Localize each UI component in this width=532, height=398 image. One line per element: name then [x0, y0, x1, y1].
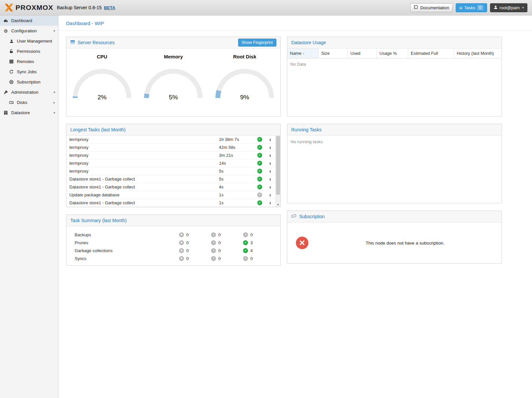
user-menu-button[interactable]: root@pam ▾: [490, 3, 527, 12]
no-data-text: No Data: [290, 62, 306, 67]
book-icon: [414, 5, 418, 10]
sidebar-item-label: Datastore: [11, 110, 30, 115]
error-count: 0: [186, 256, 189, 261]
task-status-icon: [257, 153, 262, 158]
column-header-usage-pct[interactable]: Usage %: [377, 49, 408, 58]
summary-row-prunes: Prunes 0 0 3: [72, 239, 275, 247]
open-task-chevron-icon[interactable]: ›: [266, 137, 275, 142]
gauge-value: 5%: [141, 94, 206, 101]
chevron-down-icon: ▾: [522, 6, 524, 9]
column-header-name[interactable]: Name↑: [287, 49, 319, 58]
ok-count-icon: [243, 248, 248, 253]
sidebar-item-disks[interactable]: Disks ▸: [0, 97, 58, 108]
datastore-table-header: Name↑ Size Used Usage % Estimated Full H…: [287, 49, 502, 58]
task-status-icon: [257, 184, 262, 189]
task-row[interactable]: termproxy 14s ›: [66, 159, 280, 167]
task-row[interactable]: termproxy 42m 58s ›: [66, 144, 280, 151]
chevron-down-icon: ▾: [53, 29, 55, 33]
ticket-icon: [291, 214, 297, 219]
documentation-label: Documentation: [420, 5, 449, 10]
open-task-chevron-icon[interactable]: ›: [266, 145, 275, 150]
sidebar-item-permissions[interactable]: Permissions: [0, 46, 58, 56]
task-name: termproxy: [69, 161, 219, 166]
sidebar-item-user-management[interactable]: User Management: [0, 36, 58, 46]
gauge-label: CPU: [69, 54, 135, 59]
task-row[interactable]: termproxy 5s ›: [66, 167, 280, 175]
warning-count: 0: [218, 232, 221, 237]
show-fingerprint-button[interactable]: Show Fingerprint: [238, 39, 277, 47]
task-status-icon: [257, 192, 262, 197]
main-content: Dashboard - WIP Server Resources Show Fi…: [59, 16, 532, 398]
open-task-chevron-icon[interactable]: ›: [266, 168, 275, 174]
column-header-history[interactable]: History (last Month): [454, 49, 502, 58]
user-icon: [494, 5, 498, 10]
server-resources-panel: Server Resources Show Fingerprint CPU 2%: [66, 37, 281, 116]
sidebar-item-subscription[interactable]: Subscription: [0, 77, 58, 87]
gauge-value: 9%: [212, 94, 277, 101]
memory-gauge: Memory 5%: [140, 54, 206, 116]
cpu-gauge: CPU 2%: [69, 54, 135, 116]
longest-tasks-list: termproxy 1h 38m 7s › termproxy 42m 58s …: [66, 136, 280, 207]
open-task-chevron-icon[interactable]: ›: [266, 184, 275, 190]
task-row[interactable]: Datastore store1 - Garbage collect 4s ›: [66, 183, 280, 191]
task-row[interactable]: Update package database 1s ›: [66, 191, 280, 199]
ok-count: 0: [250, 256, 253, 261]
refresh-icon: [9, 70, 14, 74]
user-label: root@pam: [500, 5, 520, 10]
top-header: PROXMOX Backup Server 0.8-15 BETA Docume…: [0, 0, 532, 16]
sidebar-item-dashboard[interactable]: Dashboard: [0, 16, 58, 26]
task-row[interactable]: termproxy 3m 21s ›: [66, 151, 280, 159]
tasks-button[interactable]: ≡ Tasks 0: [456, 3, 487, 12]
ok-count: 0: [250, 232, 253, 237]
column-header-used[interactable]: Used: [348, 49, 377, 58]
vertical-scrollbar[interactable]: ▼: [275, 136, 280, 207]
open-task-chevron-icon[interactable]: ›: [266, 200, 275, 206]
task-row[interactable]: termproxy 1h 38m 7s ›: [66, 136, 280, 144]
sidebar-item-sync-jobs[interactable]: Sync Jobs: [0, 67, 58, 77]
task-summary-panel: Task Summary (last Month) Backups 0 0 0 …: [66, 215, 281, 266]
beta-link[interactable]: BETA: [104, 5, 115, 10]
sidebar-item-label: Configuration: [11, 28, 37, 33]
scrollbar-thumb[interactable]: [276, 136, 280, 195]
task-status-icon: [257, 145, 262, 150]
task-name: Update package database: [69, 192, 219, 197]
open-task-chevron-icon[interactable]: ›: [266, 176, 275, 182]
no-running-tasks-text: No running tasks: [291, 139, 323, 144]
open-task-chevron-icon[interactable]: ›: [266, 152, 275, 158]
panel-title: Task Summary (last Month): [70, 218, 126, 223]
summary-label: Prunes: [72, 240, 179, 245]
sidebar-item-administration[interactable]: Administration ▾: [0, 87, 58, 97]
sidebar-item-label: Permissions: [17, 49, 40, 54]
scroll-down-arrow-icon[interactable]: ▼: [276, 202, 280, 207]
life-ring-icon: [9, 80, 14, 84]
subscription-panel: Subscription ✕ This node does not have a…: [287, 211, 502, 264]
ok-count-icon: [243, 240, 248, 245]
sidebar-item-remotes[interactable]: Remotes: [0, 56, 58, 67]
brand-text: PROXMOX: [16, 4, 53, 12]
task-row[interactable]: Datastore store1 - Garbage collect 1s ›: [66, 199, 280, 207]
hdd-icon: [9, 100, 14, 105]
ok-count: 4: [250, 248, 253, 253]
task-duration: 42m 58s: [219, 145, 254, 150]
column-header-estimated-full[interactable]: Estimated Full: [408, 49, 454, 58]
documentation-button[interactable]: Documentation: [410, 3, 452, 12]
proxmox-x-icon: [5, 4, 13, 12]
warning-count: 0: [218, 248, 221, 253]
tachometer-icon: [3, 18, 8, 23]
header-actions: Documentation ≡ Tasks 0 root@pam ▾: [410, 3, 527, 12]
task-duration: 3m 21s: [219, 153, 254, 158]
datastore-usage-panel: Datastore Usage Name↑ Size Used Usage % …: [287, 37, 502, 116]
panel-title: Subscription: [299, 214, 325, 219]
task-row[interactable]: Datastore store1 - Garbage collect 5s ›: [66, 175, 280, 183]
sidebar-item-datastore[interactable]: Datastore ▾: [0, 108, 58, 118]
summary-row-syncs: Syncs 0 0 0: [72, 254, 275, 262]
open-task-chevron-icon[interactable]: ›: [266, 160, 275, 166]
sidebar-item-configuration[interactable]: ⚙ Configuration ▾: [0, 26, 58, 36]
task-list-icon: ≡: [459, 5, 462, 10]
tasks-count-badge: 0: [477, 5, 483, 10]
open-task-chevron-icon[interactable]: ›: [266, 192, 275, 198]
column-header-size[interactable]: Size: [319, 49, 348, 58]
summary-row-backups: Backups 0 0 0: [72, 231, 275, 239]
summary-label: Syncs: [72, 256, 179, 261]
subscription-message: This node does not have a subscription.: [308, 241, 502, 246]
